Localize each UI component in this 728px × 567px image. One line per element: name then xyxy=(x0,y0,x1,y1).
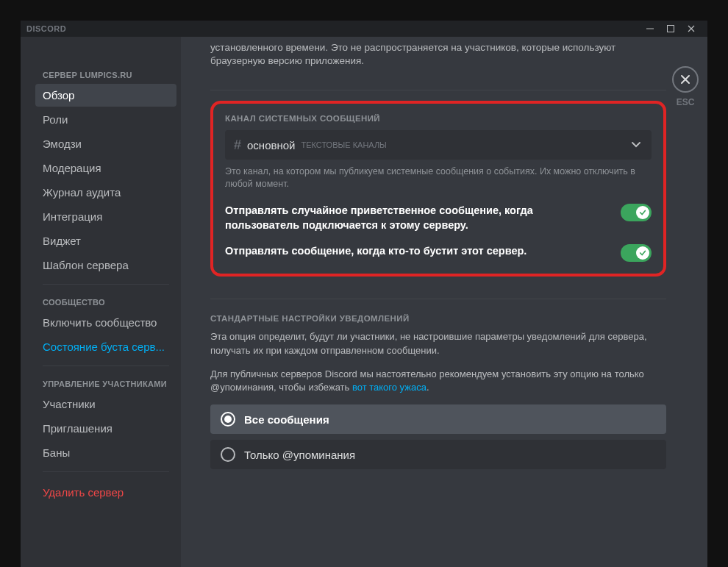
notification-radio-all-messages[interactable]: Все сообщения xyxy=(210,404,666,434)
section-divider xyxy=(210,90,666,90)
channel-category: ТЕКСТОВЫЕ КАНАЛЫ xyxy=(301,140,386,149)
notification-radio-only-mentions[interactable]: Только @упоминания xyxy=(210,440,666,469)
app-window: DISCORD СЕРВЕР LUMPICS.RU Обзор Роли Эмо… xyxy=(21,21,707,567)
chevron-down-icon xyxy=(629,138,643,153)
window-minimize-button[interactable] xyxy=(640,21,660,37)
welcome-message-toggle[interactable] xyxy=(621,204,652,221)
sidebar-item-integrations[interactable]: Интеграция xyxy=(35,205,176,228)
sidebar-item-bans[interactable]: Баны xyxy=(35,441,176,464)
sidebar-category-user-management: УПРАВЛЕНИЕ УЧАСТНИКАМИ xyxy=(35,375,176,393)
settings-sidebar: СЕРВЕР LUMPICS.RU Обзор Роли Эмодзи Моде… xyxy=(21,37,181,567)
section-divider xyxy=(210,299,666,299)
system-messages-section-highlighted: КАНАЛ СИСТЕМНЫХ СООБЩЕНИЙ # основной ТЕК… xyxy=(210,101,666,277)
sidebar-divider xyxy=(43,365,169,366)
close-settings-button[interactable] xyxy=(672,66,699,93)
svg-rect-1 xyxy=(668,26,674,32)
toggle-knob xyxy=(636,246,649,260)
sidebar-divider xyxy=(43,284,169,285)
hash-icon: # xyxy=(234,138,241,153)
system-messages-channel-select[interactable]: # основной ТЕКСТОВЫЕ КАНАЛЫ xyxy=(225,130,652,160)
boost-message-toggle-label: Отправлять сообщение, когда кто-то бусти… xyxy=(225,244,609,259)
sidebar-item-overview[interactable]: Обзор xyxy=(35,84,176,107)
system-messages-header: КАНАЛ СИСТЕМНЫХ СООБЩЕНИЙ xyxy=(225,114,652,123)
window-close-button[interactable] xyxy=(681,21,702,37)
default-notifications-description-2: Для публичных серверов Discord мы настоя… xyxy=(210,368,666,394)
radio-icon xyxy=(221,412,235,427)
window-maximize-button[interactable] xyxy=(660,21,681,37)
radio-label: Все сообщения xyxy=(244,413,329,426)
sidebar-category-server: СЕРВЕР LUMPICS.RU xyxy=(35,66,176,84)
settings-content: ESC установленного времени. Это не распр… xyxy=(181,37,707,567)
default-notifications-description-1: Эта опция определит, будут ли участники,… xyxy=(210,330,666,357)
sidebar-item-widget[interactable]: Виджет xyxy=(35,229,176,252)
sidebar-item-members[interactable]: Участники xyxy=(35,393,176,416)
radio-label: Только @упоминания xyxy=(244,449,355,461)
sidebar-item-roles[interactable]: Роли xyxy=(35,108,176,131)
app-title: DISCORD xyxy=(26,24,66,33)
sidebar-item-boost-status[interactable]: Состояние буста серв... xyxy=(35,335,176,358)
sidebar-item-invites[interactable]: Приглашения xyxy=(35,417,176,440)
welcome-message-toggle-label: Отправлять случайное приветственное сооб… xyxy=(225,204,609,232)
system-messages-help: Это канал, на котором мы публикуем систе… xyxy=(225,165,652,190)
sidebar-item-server-template[interactable]: Шаблон сервера xyxy=(35,254,176,277)
radio-icon xyxy=(221,447,235,462)
esc-label: ESC xyxy=(677,97,695,107)
sidebar-category-community: СООБЩЕСТВО xyxy=(35,293,176,311)
default-notifications-header: СТАНДАРТНЫЕ НАСТРОЙКИ УВЕДОМЛЕНИЙ xyxy=(210,314,666,323)
boost-message-toggle[interactable] xyxy=(621,244,652,262)
channel-name: основной xyxy=(247,139,295,151)
afk-timeout-description-continued: установленного времени. Это не распростр… xyxy=(210,37,666,68)
sidebar-item-enable-community[interactable]: Включить сообщество xyxy=(35,311,176,334)
sidebar-item-emoji[interactable]: Эмодзи xyxy=(35,132,176,155)
svg-rect-0 xyxy=(646,29,654,29)
sidebar-item-moderation[interactable]: Модерация xyxy=(35,157,176,179)
notification-horror-link[interactable]: вот такого ужаса xyxy=(352,382,427,393)
boost-message-toggle-row: Отправлять сообщение, когда кто-то бусти… xyxy=(225,244,652,262)
sidebar-divider xyxy=(43,471,169,472)
titlebar: DISCORD xyxy=(21,21,707,37)
sidebar-item-audit-log[interactable]: Журнал аудита xyxy=(35,181,176,204)
welcome-message-toggle-row: Отправлять случайное приветственное сооб… xyxy=(225,204,652,232)
toggle-knob xyxy=(636,206,649,219)
sidebar-item-delete-server[interactable]: Удалить сервер xyxy=(35,481,176,504)
